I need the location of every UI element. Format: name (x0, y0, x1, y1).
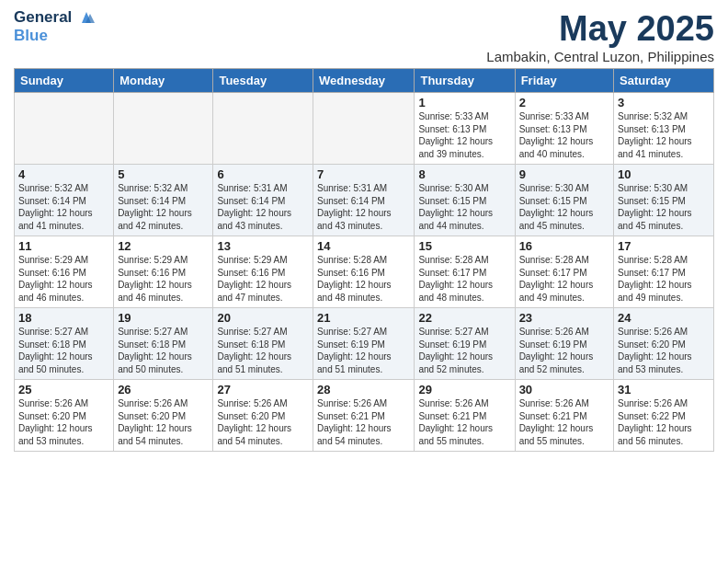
calendar-cell (15, 93, 114, 165)
calendar-cell (313, 93, 415, 165)
cell-info: Sunrise: 5:30 AMSunset: 6:15 PMDaylight:… (618, 182, 710, 232)
day-number: 25 (18, 383, 109, 396)
title-block: May 2025 Lambakin, Central Luzon, Philip… (486, 9, 714, 64)
calendar-cell: 29Sunrise: 5:26 AMSunset: 6:21 PMDayligh… (415, 380, 515, 452)
day-number: 29 (418, 383, 510, 396)
day-number: 21 (317, 311, 410, 325)
calendar-cell: 16Sunrise: 5:28 AMSunset: 6:17 PMDayligh… (515, 236, 613, 308)
calendar-cell: 3Sunrise: 5:32 AMSunset: 6:13 PMDaylight… (614, 93, 714, 165)
calendar-cell: 11Sunrise: 5:29 AMSunset: 6:16 PMDayligh… (15, 236, 114, 308)
day-number: 10 (618, 167, 710, 181)
day-number: 17 (618, 239, 710, 253)
day-number: 14 (317, 239, 410, 253)
cell-info: Sunrise: 5:31 AMSunset: 6:14 PMDaylight:… (317, 182, 410, 232)
calendar-cell: 30Sunrise: 5:26 AMSunset: 6:21 PMDayligh… (515, 380, 613, 452)
day-number: 12 (118, 239, 209, 253)
weekday-header-saturday: Saturday (614, 69, 714, 93)
weekday-header-tuesday: Tuesday (213, 69, 313, 93)
cell-info: Sunrise: 5:26 AMSunset: 6:20 PMDaylight:… (18, 397, 109, 447)
cell-info: Sunrise: 5:32 AMSunset: 6:14 PMDaylight:… (118, 182, 209, 232)
location: Lambakin, Central Luzon, Philippines (486, 49, 714, 64)
cell-info: Sunrise: 5:26 AMSunset: 6:19 PMDaylight:… (519, 326, 609, 375)
calendar-cell: 22Sunrise: 5:27 AMSunset: 6:19 PMDayligh… (415, 308, 515, 380)
calendar-cell: 25Sunrise: 5:26 AMSunset: 6:20 PMDayligh… (15, 380, 114, 452)
calendar-cell: 7Sunrise: 5:31 AMSunset: 6:14 PMDaylight… (313, 165, 415, 236)
day-number: 27 (217, 383, 309, 396)
cell-info: Sunrise: 5:30 AMSunset: 6:15 PMDaylight:… (519, 182, 609, 232)
cell-info: Sunrise: 5:27 AMSunset: 6:19 PMDaylight:… (418, 326, 510, 375)
calendar-cell: 1Sunrise: 5:33 AMSunset: 6:13 PMDaylight… (415, 93, 515, 165)
calendar-cell: 18Sunrise: 5:27 AMSunset: 6:18 PMDayligh… (15, 308, 114, 380)
weekday-header-sunday: Sunday (15, 69, 114, 93)
cell-info: Sunrise: 5:31 AMSunset: 6:14 PMDaylight:… (217, 182, 309, 232)
day-number: 13 (217, 239, 309, 253)
day-number: 1 (418, 96, 510, 109)
cell-info: Sunrise: 5:26 AMSunset: 6:21 PMDaylight:… (317, 397, 410, 447)
calendar-cell: 5Sunrise: 5:32 AMSunset: 6:14 PMDaylight… (114, 165, 213, 236)
day-number: 15 (418, 239, 510, 253)
cell-info: Sunrise: 5:26 AMSunset: 6:21 PMDaylight:… (519, 397, 609, 447)
day-number: 30 (519, 383, 609, 396)
day-number: 24 (618, 311, 710, 325)
calendar-week-row: 4Sunrise: 5:32 AMSunset: 6:14 PMDaylight… (15, 165, 714, 236)
calendar-cell (213, 93, 313, 165)
cell-info: Sunrise: 5:26 AMSunset: 6:21 PMDaylight:… (418, 397, 510, 447)
cell-info: Sunrise: 5:28 AMSunset: 6:17 PMDaylight:… (519, 254, 609, 304)
cell-info: Sunrise: 5:28 AMSunset: 6:17 PMDaylight:… (618, 254, 710, 304)
day-number: 28 (317, 383, 410, 396)
cell-info: Sunrise: 5:27 AMSunset: 6:18 PMDaylight:… (217, 326, 309, 375)
cell-info: Sunrise: 5:26 AMSunset: 6:22 PMDaylight:… (618, 397, 710, 447)
cell-info: Sunrise: 5:27 AMSunset: 6:18 PMDaylight:… (18, 326, 109, 375)
calendar-cell: 23Sunrise: 5:26 AMSunset: 6:19 PMDayligh… (515, 308, 613, 380)
calendar-cell: 6Sunrise: 5:31 AMSunset: 6:14 PMDaylight… (213, 165, 313, 236)
weekday-header-thursday: Thursday (415, 69, 515, 93)
cell-info: Sunrise: 5:33 AMSunset: 6:13 PMDaylight:… (519, 110, 609, 160)
calendar-cell: 10Sunrise: 5:30 AMSunset: 6:15 PMDayligh… (614, 165, 714, 236)
day-number: 6 (217, 167, 309, 181)
calendar-cell: 26Sunrise: 5:26 AMSunset: 6:20 PMDayligh… (114, 380, 213, 452)
calendar-cell: 20Sunrise: 5:27 AMSunset: 6:18 PMDayligh… (213, 308, 313, 380)
weekday-header-wednesday: Wednesday (313, 69, 415, 93)
day-number: 19 (118, 311, 209, 325)
logo-text: General Blue (14, 9, 95, 45)
cell-info: Sunrise: 5:26 AMSunset: 6:20 PMDaylight:… (118, 397, 209, 447)
cell-info: Sunrise: 5:32 AMSunset: 6:13 PMDaylight:… (618, 110, 710, 160)
day-number: 3 (618, 96, 710, 109)
day-number: 11 (18, 239, 109, 253)
calendar-week-row: 11Sunrise: 5:29 AMSunset: 6:16 PMDayligh… (15, 236, 714, 308)
calendar-header-row: SundayMondayTuesdayWednesdayThursdayFrid… (15, 69, 714, 93)
cell-info: Sunrise: 5:28 AMSunset: 6:16 PMDaylight:… (317, 254, 410, 304)
calendar-cell: 19Sunrise: 5:27 AMSunset: 6:18 PMDayligh… (114, 308, 213, 380)
cell-info: Sunrise: 5:30 AMSunset: 6:15 PMDaylight:… (418, 182, 510, 232)
calendar-table: SundayMondayTuesdayWednesdayThursdayFrid… (14, 68, 714, 452)
calendar-cell: 24Sunrise: 5:26 AMSunset: 6:20 PMDayligh… (614, 308, 714, 380)
logo: General Blue (14, 9, 95, 45)
calendar-week-row: 1Sunrise: 5:33 AMSunset: 6:13 PMDaylight… (15, 93, 714, 165)
logo-general: General (14, 8, 72, 26)
day-number: 20 (217, 311, 309, 325)
calendar-cell (114, 93, 213, 165)
calendar-cell: 27Sunrise: 5:26 AMSunset: 6:20 PMDayligh… (213, 380, 313, 452)
logo-blue: Blue (14, 27, 95, 45)
cell-info: Sunrise: 5:29 AMSunset: 6:16 PMDaylight:… (18, 254, 109, 304)
cell-info: Sunrise: 5:27 AMSunset: 6:18 PMDaylight:… (118, 326, 209, 375)
cell-info: Sunrise: 5:28 AMSunset: 6:17 PMDaylight:… (418, 254, 510, 304)
calendar-cell: 9Sunrise: 5:30 AMSunset: 6:15 PMDaylight… (515, 165, 613, 236)
calendar-cell: 13Sunrise: 5:29 AMSunset: 6:16 PMDayligh… (213, 236, 313, 308)
day-number: 22 (418, 311, 510, 325)
cell-info: Sunrise: 5:26 AMSunset: 6:20 PMDaylight:… (618, 326, 710, 375)
calendar-cell: 14Sunrise: 5:28 AMSunset: 6:16 PMDayligh… (313, 236, 415, 308)
cell-info: Sunrise: 5:26 AMSunset: 6:20 PMDaylight:… (217, 397, 309, 447)
day-number: 9 (519, 167, 609, 181)
cell-info: Sunrise: 5:29 AMSunset: 6:16 PMDaylight:… (217, 254, 309, 304)
calendar-week-row: 18Sunrise: 5:27 AMSunset: 6:18 PMDayligh… (15, 308, 714, 380)
page-container: General Blue May 2025 Lambakin, Central … (0, 0, 728, 461)
cell-info: Sunrise: 5:32 AMSunset: 6:14 PMDaylight:… (18, 182, 109, 232)
day-number: 26 (118, 383, 209, 396)
cell-info: Sunrise: 5:27 AMSunset: 6:19 PMDaylight:… (317, 326, 410, 375)
calendar-cell: 8Sunrise: 5:30 AMSunset: 6:15 PMDaylight… (415, 165, 515, 236)
cell-info: Sunrise: 5:33 AMSunset: 6:13 PMDaylight:… (418, 110, 510, 160)
logo-icon (78, 10, 95, 27)
weekday-header-monday: Monday (114, 69, 213, 93)
calendar-cell: 21Sunrise: 5:27 AMSunset: 6:19 PMDayligh… (313, 308, 415, 380)
